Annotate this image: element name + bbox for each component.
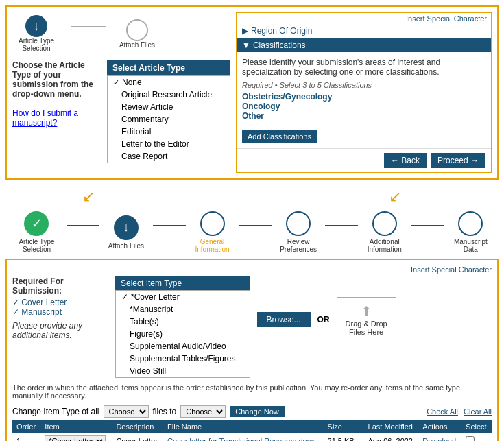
- dropdown-item-case[interactable]: Case Report: [108, 150, 230, 163]
- row1-modified: Aug 06, 2022: [364, 433, 419, 441]
- wstep-review-circle: [286, 211, 311, 236]
- how-submit-link[interactable]: How do I submit a manuscript?: [12, 108, 78, 128]
- insert-special-bottom[interactable]: Insert Special Character: [12, 265, 492, 274]
- dropdown-item-none[interactable]: ✓None: [108, 76, 230, 88]
- file-upload-area: Required For Submission: ✓ Cover Letter …: [12, 276, 492, 378]
- article-type-dropdown: Select Article Type ✓None Original Resea…: [107, 60, 230, 163]
- change-to-select[interactable]: Choose: [180, 405, 226, 418]
- change-from-select[interactable]: Choose: [104, 405, 149, 418]
- wstep-article-icon: ✓: [24, 211, 49, 236]
- clear-all-link[interactable]: Clear All: [464, 407, 492, 416]
- drag-drop-text: Drag & DropFiles Here: [346, 320, 387, 336]
- col-actions: Actions: [418, 420, 461, 433]
- order-info-text: The order in which the attached items ap…: [12, 383, 492, 400]
- required-label: Required For Submission:: [12, 276, 108, 296]
- col-modified: Last Modified: [364, 420, 419, 433]
- wstep-general-circle: [200, 211, 225, 236]
- file-type-video-still[interactable]: Video Still: [116, 365, 250, 377]
- step-attach-icon: ↓: [25, 15, 47, 37]
- file-type-list: ✓*Cover Letter *Manuscript Table(s) Figu…: [115, 290, 250, 378]
- classifications-header: ▼ Classifications: [237, 38, 491, 52]
- browse-button[interactable]: Browse...: [257, 312, 311, 327]
- col-select: Select: [461, 420, 492, 433]
- col-description: Description: [112, 420, 163, 433]
- row1-select: [461, 433, 492, 441]
- main-wizard-bar: ✓ Article TypeSelection ↓ Attach Files G…: [0, 208, 504, 259]
- file-type-tables[interactable]: Table(s): [116, 315, 250, 328]
- wconnector-5: [411, 225, 444, 226]
- dropdown-item-letter[interactable]: Letter to the Editor: [108, 138, 230, 150]
- back-button-top[interactable]: ← Back: [384, 153, 427, 168]
- row1-checkbox[interactable]: [466, 436, 475, 442]
- wstep-general-label: GeneralInformation: [195, 238, 230, 253]
- wstep-additional: AdditionalInformation: [358, 211, 411, 253]
- wstep-review-label: ReviewPreferences: [280, 238, 317, 253]
- step-attach-circle: [126, 19, 148, 41]
- col-item: Item: [40, 420, 112, 433]
- dropdown-item-original[interactable]: Original Research Article: [108, 88, 230, 101]
- wstep-article-type: ✓ Article TypeSelection: [7, 211, 67, 253]
- file-table: Order Item Description File Name Size La…: [12, 420, 492, 441]
- file-type-cover-letter[interactable]: ✓*Cover Letter: [116, 291, 250, 303]
- proceed-button-top[interactable]: Proceed →: [431, 153, 485, 168]
- step-attach-files-label: Attach Files: [117, 41, 158, 49]
- row1-item: *Cover Letter: [40, 433, 112, 441]
- wstep-manuscript: ManuscriptData: [444, 211, 497, 253]
- triangle-down-icon: ▼: [242, 40, 250, 50]
- file-type-dropdown: Select Item Type ✓*Cover Letter *Manuscr…: [115, 276, 250, 378]
- check-all-link[interactable]: Check All: [427, 407, 458, 416]
- file-type-figures[interactable]: Figure(s): [116, 328, 250, 340]
- classification-other: Other: [242, 111, 485, 121]
- classifications-label: Classifications: [253, 40, 306, 50]
- row1-item-select[interactable]: *Cover Letter: [45, 435, 106, 441]
- wstep-attach-label: Attach Files: [108, 242, 144, 250]
- check-clear-right: Check All Clear All: [427, 407, 492, 416]
- drag-drop-area[interactable]: ⬆ Drag & DropFiles Here: [337, 297, 396, 342]
- wstep-additional-circle: [372, 211, 397, 236]
- change-now-button[interactable]: Change Now: [230, 406, 285, 417]
- file-type-manuscript[interactable]: *Manuscript: [116, 303, 250, 315]
- dropdown-list: ✓None Original Research Article Review A…: [107, 75, 230, 163]
- wstep-attach-icon: ↓: [114, 215, 139, 240]
- browse-drag-area: Browse... OR ⬆ Drag & DropFiles Here: [257, 297, 396, 342]
- wconnector-1: [67, 225, 99, 226]
- yellow-arrow-right: ↙: [389, 188, 401, 206]
- wconnector-2: [153, 225, 186, 226]
- right-panel: Insert Special Character ▶ Region Of Ori…: [236, 12, 492, 173]
- dropdown-item-editorial[interactable]: Editorial: [108, 126, 230, 138]
- required-text: Required • Select 3 to 5 Classifications: [242, 81, 485, 89]
- col-filename: File Name: [163, 420, 323, 433]
- required-submission-panel: Required For Submission: ✓ Cover Letter …: [12, 276, 108, 340]
- step-article-type-label: Article TypeSelection: [12, 37, 60, 52]
- file-type-audio[interactable]: Supplemental Audio/Video: [116, 340, 250, 353]
- bottom-section: Insert Special Character Required For Su…: [5, 259, 499, 441]
- add-classifications-button[interactable]: Add Classifications: [242, 130, 317, 143]
- wconnector-4: [325, 225, 358, 226]
- region-of-origin-header: ▶ Region Of Origin: [237, 24, 491, 38]
- classifications-body: Please identify your submission's areas …: [237, 52, 491, 148]
- row1-file-link[interactable]: Cover letter for Translational Research.…: [167, 437, 315, 441]
- wstep-manuscript-circle: [458, 211, 483, 236]
- change-item-type-row: Change Item Type of all Choose files to …: [12, 405, 492, 418]
- col-size: Size: [324, 420, 364, 433]
- row1-order: 1: [12, 433, 40, 441]
- insert-special-top[interactable]: Insert Special Character: [237, 13, 491, 24]
- choose-article-type-text: Choose the Article Type of your submissi…: [12, 60, 101, 99]
- file-type-supp-tables[interactable]: Supplemental Tables/Figures: [116, 353, 250, 365]
- wstep-additional-label: AdditionalInformation: [368, 238, 402, 253]
- browse-row: Browse... OR ⬆ Drag & DropFiles Here: [257, 297, 396, 342]
- wstep-attach: ↓ Attach Files: [99, 215, 152, 250]
- please-provide-text: Please provide any additional items.: [12, 321, 108, 340]
- classification-obstetrics: Obstetrics/Gynecology: [242, 92, 485, 102]
- dropdown-item-review[interactable]: Review Article: [108, 101, 230, 113]
- or-label: OR: [317, 315, 330, 324]
- select-item-type-header: Select Item Type: [115, 276, 250, 290]
- region-label: Region Of Origin: [251, 26, 312, 36]
- row1-size: 21.5 KB: [324, 433, 364, 441]
- dropdown-item-commentary[interactable]: Commentary: [108, 113, 230, 126]
- left-panel-top: Choose the Article Type of your submissi…: [12, 60, 101, 128]
- wstep-review: ReviewPreferences: [272, 211, 324, 253]
- table-row: 1 *Cover Letter Cover Letter Cover lette…: [12, 433, 492, 441]
- wstep-article-label: Article TypeSelection: [19, 238, 54, 253]
- row1-download-link[interactable]: Download: [422, 437, 456, 441]
